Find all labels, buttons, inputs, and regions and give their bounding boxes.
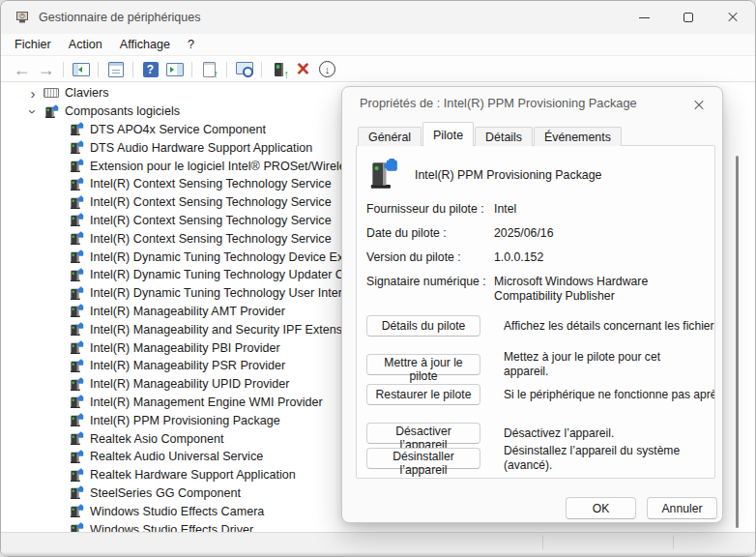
menu-item[interactable]: Fichier: [6, 36, 60, 53]
tree-item-label: Intel(R) Dynamic Tuning Technology Devic…: [90, 250, 361, 264]
field-label: Version du pilote :: [366, 250, 494, 265]
software-component-icon: [69, 395, 84, 410]
tab-details[interactable]: Détails: [475, 127, 533, 146]
tree-item-label: Windows Studio Effects Driver: [90, 523, 253, 532]
keyboard-icon: [44, 85, 59, 101]
window-controls: [622, 1, 755, 34]
dialog-tab-label: Détails: [485, 131, 522, 144]
uninstall-device-icon[interactable]: [292, 59, 314, 80]
device-header: Intel(R) PPM Provisioning Package: [366, 158, 705, 192]
dialog-tabs: Général Pilote Détails Événements: [358, 125, 623, 146]
driver-info-row: Fournisseur du pilote : Intel: [366, 202, 705, 217]
driver-info-row: Version du pilote : 1.0.0.152: [366, 250, 705, 265]
chevron-icon[interactable]: [26, 86, 40, 101]
toolbar: [1, 57, 755, 82]
toolbar-separator: [98, 62, 99, 77]
menu-item[interactable]: Action: [60, 36, 111, 53]
device-manager-app-icon: [15, 10, 30, 25]
tree-item-label: DTS Audio Hardware Support Application: [90, 141, 312, 155]
software-component-icon: [69, 449, 84, 464]
chevron-icon[interactable]: [26, 104, 40, 119]
field-value: 1.0.0.152: [494, 250, 705, 265]
back-icon[interactable]: [11, 59, 33, 80]
tree-item-label: Intel(R) Manageability PBI Provider: [90, 341, 280, 355]
software-component-icon: [69, 176, 84, 191]
tab-pilote[interactable]: Pilote: [422, 122, 474, 146]
tree-item-label: Intel(R) Manageability PSR Provider: [90, 359, 285, 372]
tree-item-label: Realtek Asio Component: [90, 432, 224, 446]
menu-item[interactable]: Affichage: [111, 36, 179, 53]
tree-item-label: Intel(R) Manageability UPID Provider: [90, 377, 289, 391]
tree-item-label: Intel(R) Dynamic Tuning Technology Updat…: [90, 268, 355, 281]
tree-item-label: Composants logiciels: [65, 104, 180, 118]
scan-hardware-changes-icon[interactable]: [198, 59, 220, 80]
software-component-icon: [69, 522, 84, 532]
dialog-tab-label: Événements: [544, 131, 611, 144]
disable-device-icon[interactable]: [316, 59, 338, 80]
driver-action-button[interactable]: Détails du pilote: [366, 315, 480, 337]
field-label: Signataire numérique :: [366, 275, 494, 304]
driver-action-description: Désinstallez l’appareil du système (avan…: [504, 444, 705, 472]
driver-action-description: Mettez à jour le pilote pour cet apparei…: [504, 350, 705, 378]
driver-action-row: Désactiver l’appareil Désactivez l’appar…: [366, 423, 705, 444]
menu-bar: Fichier Action Affichage ?: [1, 34, 755, 56]
tree-item-label: Claviers: [65, 86, 109, 100]
tree-scrollbar-thumb[interactable]: [736, 156, 739, 528]
tree-item-label: DTS APO4x Service Component: [90, 123, 266, 136]
dialog-close-button[interactable]: [685, 93, 712, 118]
window-bottom-edge: [1, 552, 755, 556]
software-component-icon: [69, 231, 84, 247]
update-driver-icon[interactable]: [268, 59, 290, 80]
tab-general[interactable]: Général: [358, 127, 422, 146]
ok-button[interactable]: OK: [566, 497, 636, 519]
software-component-icon: [69, 340, 84, 356]
scan-computer-icon[interactable]: [233, 59, 255, 80]
close-icon[interactable]: [711, 1, 755, 34]
software-component-icon: [366, 159, 399, 191]
properties-icon[interactable]: [104, 59, 127, 80]
toolbar-separator: [226, 62, 227, 77]
driver-action-button[interactable]: Désinstaller l’appareil: [366, 448, 480, 469]
field-label: Fournisseur du pilote :: [366, 202, 494, 217]
software-component-icon: [69, 376, 84, 392]
toolbar-separator: [132, 62, 133, 77]
device-manager-window: Gestionnaire de périphériques Fichier Ac…: [0, 0, 756, 557]
software-component-icon: [69, 504, 84, 519]
dialog-tab-label: Général: [368, 131, 411, 144]
software-component-icon: [69, 413, 84, 428]
driver-action-description: Si le périphérique ne fonctionne pas apr…: [504, 388, 715, 402]
help-icon[interactable]: [139, 59, 161, 80]
driver-action-button[interactable]: Restaurer le pilote: [366, 384, 480, 405]
device-name: Intel(R) PPM Provisioning Package: [415, 168, 602, 182]
maximize-icon[interactable]: [666, 1, 711, 34]
driver-action-button[interactable]: Mettre à jour le pilote: [366, 354, 480, 375]
dialog-title: Propriétés de : Intel(R) PPM Provisionin…: [360, 96, 637, 110]
software-component-icon: [69, 140, 84, 156]
tab-evenements[interactable]: Événements: [534, 127, 622, 146]
action-pane-icon[interactable]: [163, 59, 186, 80]
status-bar-divider: [673, 536, 674, 549]
software-component-icon: [69, 159, 84, 174]
tree-item-label: Intel(R) Dynamic Tuning Technology User …: [90, 286, 359, 300]
software-component-icon: [69, 267, 84, 282]
software-component-icon: [69, 213, 84, 228]
show-console-tree-icon[interactable]: [70, 59, 92, 80]
minimize-icon[interactable]: [622, 1, 666, 34]
dialog-tab-label: Pilote: [433, 129, 463, 142]
cancel-button[interactable]: Annuler: [647, 497, 717, 519]
driver-action-row: Désinstaller l’appareil Désinstallez l’a…: [366, 444, 705, 472]
forward-icon[interactable]: [35, 59, 57, 80]
tree-item-label: Realtek Audio Universal Service: [90, 450, 263, 463]
driver-action-row: Détails du pilote Affichez les détails c…: [366, 315, 705, 337]
field-label: Date du pilote :: [366, 226, 494, 241]
driver-action-description: Affichez les détails concernant les fich…: [504, 319, 715, 334]
window-title: Gestionnaire de périphériques: [39, 11, 200, 24]
menu-item[interactable]: ?: [179, 36, 203, 53]
software-component-icon: [69, 122, 84, 137]
software-component-icon: [69, 249, 84, 265]
software-component-icon: [69, 467, 84, 483]
driver-info-row: Date du pilote : 2025/06/16: [366, 226, 705, 241]
driver-action-button[interactable]: Désactiver l’appareil: [366, 423, 480, 444]
software-component-icon: [69, 304, 84, 319]
tree-item-label: Intel(R) Context Sensing Technology Serv…: [90, 177, 332, 191]
